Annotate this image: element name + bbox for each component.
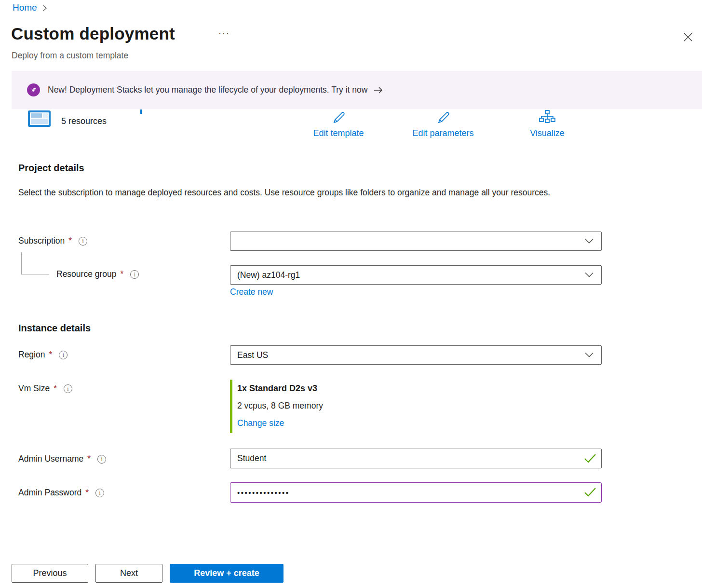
region-label-text: Region xyxy=(18,350,45,360)
vm-size-specs: 2 vcpus, 8 GB memory xyxy=(237,401,323,411)
info-icon[interactable]: i xyxy=(79,237,87,246)
info-icon[interactable]: i xyxy=(59,351,68,359)
project-details-description: Select the subscription to manage deploy… xyxy=(18,185,575,201)
visualize-button[interactable]: Visualize xyxy=(504,110,591,138)
breadcrumb: Home xyxy=(13,2,47,13)
resource-group-dropdown[interactable]: (New) az104-rg1 xyxy=(230,265,602,285)
region-dropdown[interactable]: East US xyxy=(230,345,602,365)
vm-size-label: Vm Size * i xyxy=(18,383,72,394)
resource-group-value: (New) az104-rg1 xyxy=(237,270,300,280)
instance-details-heading: Instance details xyxy=(18,323,91,334)
change-size-link[interactable]: Change size xyxy=(237,418,284,428)
required-asterisk: * xyxy=(85,488,89,498)
chevron-down-icon xyxy=(585,273,594,278)
close-icon[interactable] xyxy=(681,30,695,44)
admin-username-input[interactable] xyxy=(230,449,602,468)
breadcrumb-home-link[interactable]: Home xyxy=(13,2,37,13)
vm-size-label-text: Vm Size xyxy=(18,383,50,394)
resource-group-label-text: Resource group xyxy=(56,269,117,279)
region-value: East US xyxy=(237,350,268,360)
custom-deployment-page: Home Custom deployment ··· Deploy from a… xyxy=(0,0,702,588)
create-new-link[interactable]: Create new xyxy=(230,287,273,297)
edit-parameters-label: Edit parameters xyxy=(412,128,473,138)
admin-username-label-text: Admin Username xyxy=(18,454,83,464)
edit-pencil-icon xyxy=(435,110,451,125)
chevron-down-icon xyxy=(585,353,594,358)
region-label: Region * i xyxy=(18,350,68,360)
subscription-resourcegroup-connector xyxy=(21,252,49,274)
vm-size-selection: 1x Standard D2s v3 xyxy=(237,383,317,394)
deployment-stacks-banner[interactable]: New! Deployment Stacks let you manage th… xyxy=(12,71,702,109)
subscription-label: Subscription * i xyxy=(18,236,87,246)
banner-text: New! Deployment Stacks let you manage th… xyxy=(48,85,367,95)
admin-password-input[interactable] xyxy=(230,482,602,503)
template-icon xyxy=(28,110,51,129)
next-button[interactable]: Next xyxy=(95,564,162,583)
subscription-label-text: Subscription xyxy=(18,236,65,246)
admin-password-label-text: Admin Password xyxy=(18,488,81,498)
review-create-button[interactable]: Review + create xyxy=(170,564,284,583)
edit-template-label: Edit template xyxy=(313,128,364,138)
visualize-label: Visualize xyxy=(530,128,565,138)
required-asterisk: * xyxy=(121,269,124,279)
vm-size-accent-bar xyxy=(230,380,232,433)
subscription-dropdown[interactable] xyxy=(230,232,602,251)
valid-check-icon xyxy=(584,487,696,497)
info-icon[interactable]: i xyxy=(130,270,139,279)
info-icon[interactable]: i xyxy=(97,455,106,464)
required-asterisk: * xyxy=(68,236,72,246)
info-icon[interactable]: i xyxy=(95,489,104,497)
page-subtitle: Deploy from a custom template xyxy=(12,51,128,61)
info-icon[interactable]: i xyxy=(64,384,72,393)
required-asterisk: * xyxy=(87,454,91,464)
project-details-heading: Project details xyxy=(18,163,84,174)
chevron-down-icon xyxy=(585,239,594,244)
page-title: Custom deployment xyxy=(11,24,175,43)
resource-group-label: Resource group * i xyxy=(56,269,139,279)
context-menu-ellipsis-icon[interactable]: ··· xyxy=(218,28,230,38)
chevron-right-icon xyxy=(42,4,47,12)
valid-check-icon xyxy=(584,453,696,464)
previous-button[interactable]: Previous xyxy=(12,564,88,583)
required-asterisk: * xyxy=(49,350,52,360)
visualize-orgchart-icon xyxy=(539,110,555,125)
edit-template-button[interactable]: Edit template xyxy=(295,110,382,138)
edit-pencil-icon xyxy=(331,110,346,125)
clipped-element-artifact xyxy=(140,109,142,114)
edit-parameters-button[interactable]: Edit parameters xyxy=(400,110,486,138)
rocket-icon xyxy=(27,83,40,96)
resources-count-label: 5 resources xyxy=(61,116,107,126)
required-asterisk: * xyxy=(54,383,57,394)
arrow-right-icon xyxy=(373,86,384,94)
admin-username-label: Admin Username * i xyxy=(18,454,106,464)
admin-password-label: Admin Password * i xyxy=(18,488,104,498)
